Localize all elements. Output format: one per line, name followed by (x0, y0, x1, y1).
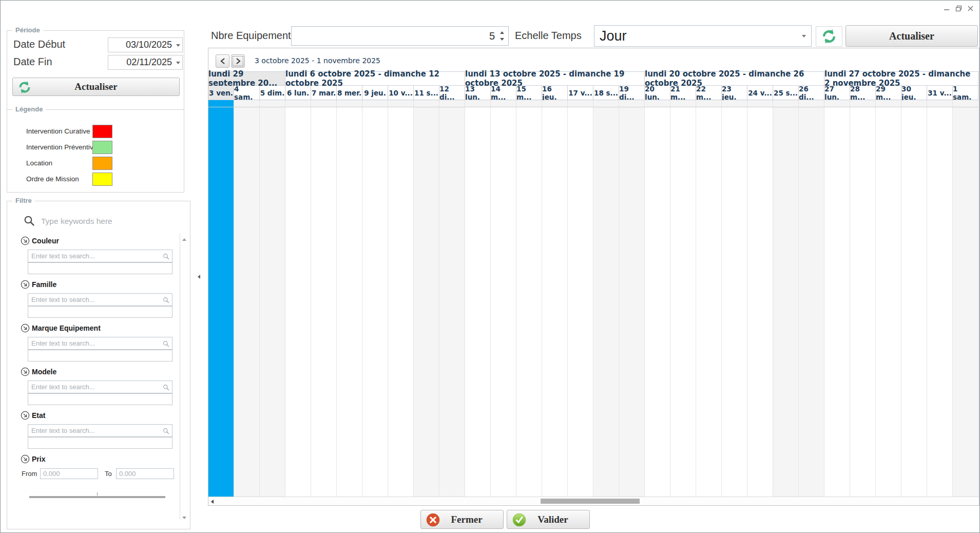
circle-arrow-icon[interactable] (21, 236, 30, 245)
day-body-column[interactable] (465, 107, 491, 497)
filter-list[interactable] (28, 306, 172, 318)
spin-up-icon[interactable] (500, 31, 504, 34)
day-body-column[interactable] (773, 107, 799, 497)
filter-list[interactable] (28, 262, 172, 274)
fermer-button[interactable]: Fermer (420, 510, 504, 529)
circle-arrow-icon[interactable] (21, 323, 30, 333)
day-body-column[interactable] (542, 107, 568, 497)
splitter-collapse-icon[interactable] (198, 275, 200, 279)
day-body-column[interactable] (824, 107, 850, 497)
day-header-cell: 6 lun. (285, 86, 311, 100)
day-body-column[interactable] (439, 107, 465, 497)
day-body-column[interactable] (260, 107, 285, 497)
echelle-temps-combobox[interactable]: Jour (594, 25, 812, 47)
prix-to-input[interactable] (117, 469, 174, 479)
nbre-equipement-spinner[interactable] (291, 26, 509, 46)
circle-arrow-icon[interactable] (21, 367, 30, 376)
day-header-cell: 14 m... (491, 86, 516, 100)
date-fin-input[interactable] (108, 55, 182, 69)
chevron-down-icon[interactable] (176, 44, 180, 47)
day-body-column[interactable] (953, 107, 978, 497)
nav-next-button[interactable] (231, 54, 245, 68)
scroll-down-icon[interactable] (182, 517, 186, 519)
prix-from-input[interactable] (41, 469, 98, 479)
day-body-column[interactable] (876, 107, 901, 497)
circle-arrow-icon[interactable] (21, 454, 30, 464)
date-debut-input[interactable] (108, 38, 182, 52)
filter-search-field[interactable] (28, 424, 172, 437)
topbar-actualiser-label: Actualiser (889, 30, 934, 42)
filter-search-field[interactable] (28, 250, 172, 262)
day-body-column[interactable] (799, 107, 824, 497)
date-debut-field[interactable] (108, 37, 183, 52)
day-body-column[interactable] (850, 107, 876, 497)
day-body-column[interactable] (722, 107, 747, 497)
day-body-column[interactable] (234, 107, 260, 497)
price-range-slider[interactable] (29, 492, 165, 499)
filter-search-input[interactable] (28, 250, 172, 262)
day-header-cell: 1 sam. (953, 86, 978, 100)
restore-button[interactable] (954, 4, 963, 12)
day-header-cell: 18 s... (593, 86, 619, 100)
slider-track[interactable] (29, 496, 165, 498)
date-fin-field[interactable] (108, 55, 183, 70)
filter-search-input[interactable] (28, 337, 172, 349)
keywords-search-input[interactable] (40, 216, 163, 227)
day-body-column[interactable] (901, 107, 927, 497)
allday-strip-cell (927, 100, 953, 107)
filter-search-input[interactable] (28, 425, 172, 436)
day-body-column[interactable] (927, 107, 953, 497)
sidebar-actualiser-button[interactable]: Actualiser (12, 78, 180, 96)
filter-list[interactable] (28, 437, 172, 449)
filter-scroll-track[interactable] (180, 233, 180, 520)
nav-prev-button[interactable] (216, 54, 229, 68)
topbar-refresh-button[interactable] (816, 26, 842, 47)
valider-button[interactable]: Valider (507, 510, 590, 529)
filter-search-field[interactable] (28, 337, 172, 350)
scrollbar-thumb[interactable] (541, 499, 640, 504)
day-body-column[interactable] (593, 107, 619, 497)
circle-arrow-icon[interactable] (21, 411, 30, 420)
day-body-column[interactable] (619, 107, 645, 497)
chevron-down-icon[interactable] (802, 35, 806, 37)
day-body-column[interactable] (311, 107, 337, 497)
day-body-column[interactable] (337, 107, 362, 497)
day-body-column[interactable] (568, 107, 593, 497)
filter-search-input[interactable] (28, 381, 172, 393)
filter-search-field[interactable] (28, 380, 172, 393)
scroll-left-icon[interactable] (211, 500, 214, 504)
day-body-column[interactable] (696, 107, 722, 497)
day-body-column[interactable] (388, 107, 414, 497)
legend-item: Ordre de Mission (7, 172, 185, 188)
day-body-column[interactable] (362, 107, 388, 497)
topbar-actualiser-button[interactable]: Actualiser (846, 25, 978, 47)
day-body-column[interactable] (414, 107, 439, 497)
filter-list[interactable] (28, 350, 172, 361)
chevron-down-icon[interactable] (176, 62, 180, 64)
day-body-column[interactable] (747, 107, 773, 497)
spin-down-icon[interactable] (500, 38, 504, 41)
prix-to-field[interactable] (116, 468, 174, 479)
today-body-column[interactable] (208, 107, 234, 497)
filter-search-field[interactable] (28, 293, 172, 306)
filter-search-input[interactable] (28, 294, 172, 306)
periode-groupbox: Période Date Début Date Fin Actualiser (7, 30, 184, 116)
allday-strip-cell (516, 100, 542, 107)
close-button[interactable] (966, 4, 974, 12)
allday-strip-cell (901, 100, 927, 107)
day-header-cell: 25 s... (773, 86, 799, 100)
day-body-column[interactable] (516, 107, 542, 497)
filter-list[interactable] (28, 393, 172, 405)
circle-arrow-icon[interactable] (21, 280, 30, 289)
prix-from-label: From (22, 470, 37, 478)
day-body-column[interactable] (670, 107, 696, 497)
horizontal-scrollbar[interactable] (208, 497, 979, 505)
prix-from-field[interactable] (40, 468, 98, 479)
day-body-column[interactable] (491, 107, 516, 497)
nbre-equipement-input[interactable] (292, 27, 508, 45)
day-body-column[interactable] (645, 107, 670, 497)
day-body-column[interactable] (285, 107, 311, 497)
slider-thumb[interactable] (97, 492, 98, 496)
scroll-up-icon[interactable] (182, 238, 186, 241)
minimize-button[interactable] (943, 4, 951, 12)
